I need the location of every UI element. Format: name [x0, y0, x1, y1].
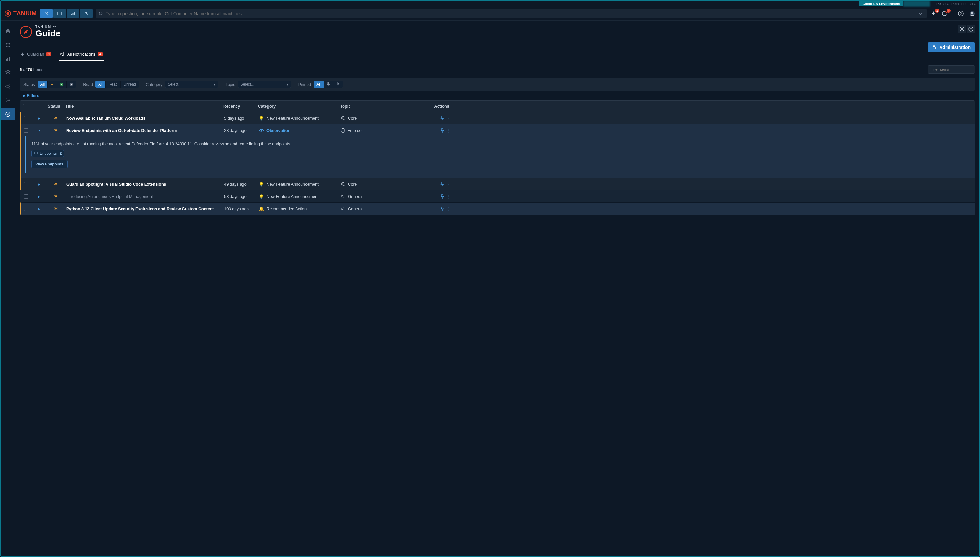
- svg-point-31: [961, 28, 963, 30]
- activity-button[interactable]: 4: [941, 10, 948, 17]
- sidebar-layers[interactable]: [1, 67, 15, 79]
- more-action[interactable]: ⋮: [447, 194, 451, 199]
- endpoints-chip[interactable]: Endpoints: 2: [31, 150, 64, 157]
- select-all-checkbox[interactable]: [23, 104, 28, 108]
- pinned-pill-pinned[interactable]: [324, 81, 333, 88]
- tab-all-label: All Notifications: [67, 52, 95, 57]
- pinned-pill-unpinned[interactable]: [333, 81, 343, 88]
- more-action[interactable]: ⋮: [447, 116, 451, 121]
- help-button[interactable]: ?: [957, 10, 964, 17]
- row-checkbox[interactable]: [24, 194, 28, 199]
- expand-toggle[interactable]: ▸: [32, 204, 47, 214]
- toolbar-chart-button[interactable]: [67, 9, 79, 18]
- page-pretitle: TANIUM ™: [35, 25, 60, 28]
- row-recency: 5 days ago: [222, 113, 257, 123]
- grid-icon: [5, 42, 11, 48]
- filter-status-label: Status: [23, 82, 35, 87]
- read-pill-all[interactable]: All: [95, 81, 106, 88]
- row-checkbox[interactable]: [24, 116, 28, 120]
- expand-toggle[interactable]: ▸: [32, 192, 47, 202]
- row-title[interactable]: Python 3.12 Client Update Security Exclu…: [64, 204, 222, 214]
- more-action[interactable]: ⋮: [447, 128, 451, 133]
- table-row: ▸ ✶ Introducing Autonomous Endpoint Mana…: [20, 190, 975, 202]
- row-checkbox[interactable]: [24, 182, 28, 186]
- row-checkbox[interactable]: [24, 128, 28, 133]
- sidebar-tools[interactable]: [1, 94, 15, 106]
- tab-all-notifications[interactable]: All Notifications 4: [59, 49, 104, 60]
- search-input[interactable]: [106, 11, 915, 16]
- svg-point-23: [8, 46, 8, 47]
- page-help-button[interactable]: ?: [967, 25, 975, 33]
- read-pill-read[interactable]: Read: [106, 81, 121, 88]
- pin-action[interactable]: [440, 128, 444, 133]
- row-topic: Enforce: [339, 126, 421, 135]
- alerts-badge: 1: [935, 9, 939, 13]
- pin-action[interactable]: [440, 194, 444, 199]
- row-topic: Core: [339, 179, 421, 189]
- table-header: Status Title Recency Category Topic Acti…: [20, 101, 975, 112]
- filters-toggle[interactable]: ▸Filters: [20, 91, 975, 100]
- status-star-icon: ✶: [47, 191, 64, 202]
- filter-topic: Topic Select...▾: [225, 80, 291, 88]
- sidebar-reports[interactable]: [1, 53, 15, 65]
- svg-rect-25: [6, 59, 7, 61]
- globe-icon: [341, 182, 345, 186]
- sidebar-settings[interactable]: [1, 80, 15, 93]
- col-topic: Topic: [338, 104, 420, 109]
- filter-items-field[interactable]: [930, 67, 978, 72]
- chart-icon: [5, 56, 11, 62]
- activity-badge: 4: [947, 9, 951, 13]
- status-pill-check[interactable]: [57, 81, 67, 88]
- blurred-region: [903, 1, 930, 7]
- topic-select[interactable]: Select...▾: [238, 80, 291, 88]
- chevron-down-icon[interactable]: [917, 11, 923, 16]
- more-action[interactable]: ⋮: [447, 207, 451, 211]
- user-button[interactable]: [969, 10, 975, 17]
- page-header: TANIUM ™ Guide ?: [20, 25, 975, 39]
- status-star-icon: ✶: [47, 203, 64, 215]
- pinned-pill-all[interactable]: All: [314, 81, 324, 88]
- row-detail: 11% of your endpoints are not running th…: [21, 137, 975, 178]
- sidebar-apps[interactable]: [1, 39, 15, 51]
- row-recency: 53 days ago: [222, 192, 257, 202]
- global-search[interactable]: [96, 9, 927, 18]
- read-pill-unread[interactable]: Unread: [120, 81, 138, 88]
- more-action[interactable]: ⋮: [447, 182, 451, 187]
- expand-toggle[interactable]: ▸: [32, 113, 47, 123]
- sidebar-home[interactable]: [1, 25, 15, 37]
- pin-action[interactable]: [440, 182, 444, 187]
- status-pill-star[interactable]: ✶: [48, 81, 57, 88]
- page-settings-button[interactable]: [958, 25, 966, 33]
- category-select[interactable]: Select...▾: [165, 80, 218, 88]
- row-title[interactable]: Guardian Spotlight: Visual Studio Code E…: [64, 179, 222, 189]
- filter-items-input[interactable]: [928, 65, 975, 73]
- status-pill-x[interactable]: [67, 81, 76, 88]
- view-endpoints-button[interactable]: View Endpoints: [31, 160, 68, 168]
- row-title[interactable]: Review Endpoints with an Out-of-date Def…: [64, 126, 222, 135]
- toolbar-link-button[interactable]: [80, 9, 93, 18]
- col-actions: Actions: [420, 104, 455, 109]
- tab-guardian[interactable]: Guardian 1: [20, 49, 53, 60]
- toolbar-view2-button[interactable]: [53, 9, 66, 18]
- pin-action[interactable]: [440, 116, 444, 121]
- bolt-icon: [931, 11, 936, 16]
- row-category: 💡New Feature Announcement: [257, 113, 339, 123]
- row-title[interactable]: Introducing Autonomous Endpoint Manageme…: [64, 192, 222, 202]
- pin-action[interactable]: [440, 207, 444, 211]
- sidebar-guide[interactable]: [1, 108, 15, 120]
- expand-toggle[interactable]: ▸: [32, 179, 47, 189]
- filter-pinned: Pinned All: [298, 81, 343, 88]
- svg-rect-4: [58, 12, 62, 15]
- svg-point-19: [6, 44, 7, 46]
- row-title[interactable]: Now Available: Tanium Cloud Workloads: [64, 113, 222, 123]
- status-pill-all[interactable]: All: [37, 81, 48, 88]
- toolbar-view1-button[interactable]: [40, 9, 53, 18]
- row-checkbox[interactable]: [24, 207, 28, 211]
- row-topic: Core: [339, 113, 421, 123]
- tanium-logo: TANIUM: [5, 10, 37, 17]
- header-right-group: 1 4 ?: [930, 10, 975, 17]
- svg-point-20: [8, 44, 8, 46]
- alerts-button[interactable]: 1: [930, 10, 937, 17]
- detail-text: 11% of your endpoints are not running th…: [31, 142, 970, 146]
- expand-toggle[interactable]: ▾: [32, 126, 47, 135]
